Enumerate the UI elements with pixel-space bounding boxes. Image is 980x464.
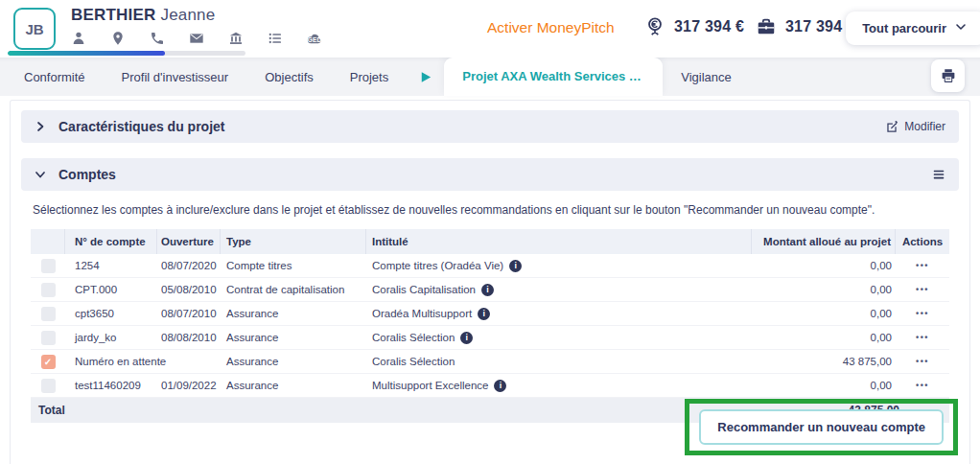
recommend-new-account-button[interactable]: Recommander un nouveau compte [699,409,944,445]
cell-account-number: CPT.000 [65,284,157,295]
assets-total-block: 317 394 € [756,16,855,37]
table-row: test11460209 01/09/2022 Assurance Multis… [31,374,949,398]
info-icon[interactable]: i [481,284,494,296]
client-name: BERTHIER Jeanne [71,6,322,25]
table-row: cpt3650 08/07/2010 Assurance Oradéa Mult… [31,302,949,326]
euro-pin-icon [644,16,665,37]
cell-label: Coralis Capitalisation [372,284,476,295]
tab-1[interactable]: Profil d'investisseur [104,58,247,96]
bank-icon[interactable] [228,31,244,46]
tab-4[interactable]: Projet AXA Wealth Services (Propositio… [444,58,663,96]
table-row: ✓ Numéro en attente Assurance Coralis Sé… [31,350,949,374]
cell-label: Multisupport Excellence [372,380,488,391]
col-label: Intitulé [366,229,752,254]
cell-label: Compte titres (Oradéa Vie) [372,260,503,271]
cell-type: Assurance [221,332,366,343]
section-comptes-header[interactable]: Comptes [21,158,959,191]
row-checkbox[interactable] [41,307,56,321]
profile-progress-fill [8,51,165,56]
table-row: CPT.000 05/08/2010 Contrat de capitalisa… [31,278,949,302]
table-body: 1254 08/07/2020 Compte titres Compte tit… [31,254,949,398]
col-opening-date: Ouverture [157,229,221,254]
row-actions-button[interactable]: ••• [896,261,949,270]
tab-bar: ConformitéProfil d'investisseurObjectifs… [0,58,980,96]
play-arrow-icon[interactable] [407,58,444,96]
section-caracteristiques-title: Caractéristiques du projet [58,119,225,134]
header-checkbox-spacer [31,229,65,254]
comptes-body: Sélectionnez les comptes à inclure/exclu… [21,203,959,423]
client-identity: BERTHIER Jeanne GED [71,6,322,46]
location-icon[interactable] [110,31,126,46]
cell-account-number: Numéro en attente [65,356,157,367]
col-type: Type [221,229,366,254]
cell-amount: 0,00 [752,332,896,343]
ged-cloud-icon[interactable]: GED [307,31,322,46]
info-icon[interactable]: i [460,332,473,344]
avatar[interactable]: JB [13,8,56,50]
chevron-right-icon [35,121,46,132]
cell-opening-date: 08/07/2020 [157,260,221,271]
row-actions-button[interactable]: ••• [896,357,949,366]
mail-icon[interactable] [189,31,204,46]
info-icon[interactable]: i [509,260,522,272]
cell-type: Contrat de capitalisation [221,284,366,295]
tab-2[interactable]: Objectifs [246,58,332,96]
chevron-down-icon [35,169,46,180]
row-checkbox[interactable]: ✓ [41,355,56,369]
row-actions-button[interactable]: ••• [896,333,949,342]
row-actions-button[interactable]: ••• [896,381,949,390]
info-icon[interactable]: i [494,380,506,392]
cell-type: Assurance [221,356,366,367]
edit-icon [885,120,898,133]
tab-bar-list: ConformitéProfil d'investisseurObjectifs… [6,58,750,96]
cell-amount: 0,00 [752,380,896,391]
highlight-annotation: Recommander un nouveau compte [685,399,958,455]
cell-amount: 0,00 [752,260,896,271]
contact-icon-row: GED [71,31,322,46]
row-actions-button[interactable]: ••• [896,309,949,318]
cell-opening-date: 05/08/2010 [157,284,221,295]
activate-moneypitch-link[interactable]: Activer MoneyPitch [487,19,615,36]
wealth-total-amount: 317 394 € [674,18,744,35]
row-checkbox[interactable] [41,259,56,273]
row-checkbox[interactable] [41,331,56,345]
cell-label: Coralis Sélection [372,356,455,367]
cell-type: Assurance [221,308,366,319]
phone-icon[interactable] [150,31,165,46]
menu-icon[interactable] [932,168,945,181]
person-icon[interactable] [71,31,86,46]
ged-label: GED [308,36,322,43]
main-panel: Caractéristiques du projet Modifier Comp… [10,100,970,464]
cell-account-number: jardy_ko [65,332,157,343]
chevron-down-icon [955,21,967,35]
tab-3[interactable]: Projets [332,58,407,96]
modify-label: Modifier [904,120,945,133]
browse-all-label: Tout parcourir [862,21,946,35]
row-actions-button[interactable]: ••• [896,285,949,294]
cell-account-number: test11460209 [65,380,157,391]
browse-all-button[interactable]: Tout parcourir [846,12,980,45]
tab-5[interactable]: Vigilance [663,58,750,96]
cell-opening-date: 08/08/2010 [157,332,221,343]
row-checkbox[interactable] [41,379,56,393]
cell-amount: 0,00 [752,308,896,319]
print-button[interactable] [931,59,965,92]
row-checkbox[interactable] [41,283,56,297]
table-row: jardy_ko 08/08/2010 Assurance Coralis Sé… [31,326,949,350]
section-caracteristiques-header[interactable]: Caractéristiques du projet Modifier [21,110,959,143]
cell-account-number: cpt3650 [65,308,157,319]
wealth-total-block: 317 394 € [644,16,744,37]
list-icon[interactable] [268,31,283,46]
total-label: Total [31,404,65,417]
col-actions: Actions [896,229,949,254]
info-icon[interactable]: i [478,308,490,320]
client-first-name: Jeanne [160,6,215,24]
table-row: 1254 08/07/2020 Compte titres Compte tit… [31,254,949,278]
modify-button[interactable]: Modifier [885,120,945,133]
section-comptes: Comptes Sélectionnez les comptes à inclu… [21,158,959,423]
tab-0[interactable]: Conformité [6,58,104,96]
profile-progress-bar [8,51,245,56]
col-amount: Montant alloué au projet [752,229,896,254]
assets-total-amount: 317 394 € [785,18,855,35]
cell-label: Coralis Sélection [372,332,455,343]
